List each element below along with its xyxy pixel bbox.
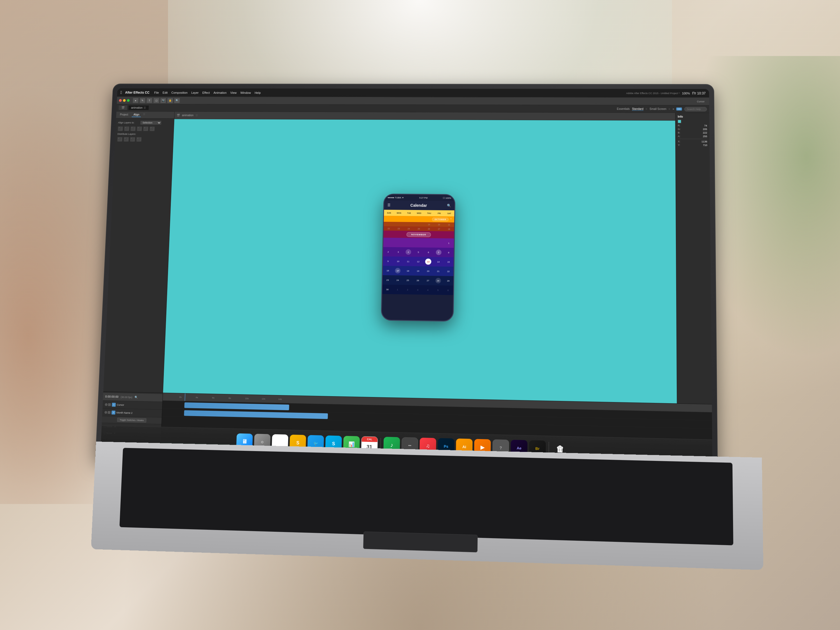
- nov-cell-28[interactable]: 28: [436, 278, 441, 283]
- track-bar-1[interactable]: [184, 403, 289, 410]
- dist-center-h[interactable]: ⬛: [123, 137, 129, 142]
- a-value: 255: [703, 135, 707, 138]
- nov-cell-23[interactable]: 23: [382, 275, 393, 285]
- menu-window[interactable]: Window: [240, 91, 251, 94]
- layer-solo-1[interactable]: [108, 403, 111, 406]
- align-top[interactable]: ⬛: [137, 126, 142, 131]
- nov-cell-5[interactable]: 5: [413, 247, 424, 257]
- nov-cell-dec6: 6: [443, 285, 453, 295]
- tool-type[interactable]: T: [147, 98, 153, 103]
- nov-cell-25[interactable]: 25: [403, 276, 413, 285]
- nov-cell-24[interactable]: 24: [393, 275, 403, 285]
- align-bottom[interactable]: ⬛: [150, 126, 155, 131]
- tool-hand[interactable]: ✋: [167, 98, 173, 103]
- menu-edit[interactable]: Edit: [163, 91, 168, 94]
- dist-right[interactable]: ⬛: [130, 137, 136, 142]
- nov-cell-14[interactable]: 14: [433, 257, 444, 267]
- nov-cell-26[interactable]: 26: [413, 276, 423, 285]
- toggle-switches-btn[interactable]: Toggle Switches / Modes: [117, 418, 146, 423]
- menu-effect[interactable]: Effect: [202, 91, 210, 94]
- nov-cell-27[interactable]: 27: [423, 276, 433, 285]
- zoom-search-icon[interactable]: 🔍: [134, 396, 138, 399]
- align-right[interactable]: ⬛: [130, 126, 136, 131]
- align-layers-select[interactable]: Selection Composition: [140, 121, 161, 125]
- menu-layer[interactable]: Layer: [191, 91, 199, 94]
- nov-cell-3[interactable]: 3: [393, 247, 403, 257]
- tool-camera[interactable]: 📷: [160, 98, 166, 103]
- tool-shape[interactable]: ◻: [153, 98, 159, 103]
- more-label[interactable]: »: [673, 107, 674, 111]
- laptop-keyboard: [120, 448, 733, 545]
- nov-cell-dec2: 2: [403, 285, 413, 294]
- essentials-label[interactable]: Essentials: [617, 107, 630, 111]
- nov-cell-7[interactable]: 7: [436, 249, 441, 255]
- align-center-h[interactable]: ⬛: [124, 126, 129, 131]
- traffic-lights: [119, 99, 129, 102]
- b-label: B:: [678, 131, 681, 134]
- nov-cell-6[interactable]: 6: [423, 248, 434, 257]
- comp-canvas[interactable]: ●●●●● TUBIK ✦ 5:27 PM ☐ 100% ☰ Calendar …: [163, 119, 677, 403]
- day-fri: FRI: [434, 210, 444, 216]
- nov-cell-20[interactable]: 20: [423, 266, 433, 276]
- layer-eye-1[interactable]: [105, 403, 107, 406]
- finder-icon: 🖥: [242, 438, 248, 445]
- track-bar-2[interactable]: [184, 410, 328, 419]
- tool-select[interactable]: ▸: [133, 98, 139, 103]
- menu-file[interactable]: File: [154, 91, 159, 94]
- dist-top[interactable]: ⬛: [136, 137, 142, 142]
- nov-cell-10[interactable]: 10: [393, 256, 403, 266]
- oct-cell: 23: [394, 226, 404, 231]
- standard-label[interactable]: Standard: [632, 107, 643, 111]
- menu-help[interactable]: Help: [254, 91, 261, 94]
- small-screen-label[interactable]: Small Screen: [650, 107, 666, 111]
- layer-solo-2[interactable]: [108, 411, 111, 414]
- layer-eye-2[interactable]: [104, 411, 107, 414]
- nov-cell-30[interactable]: 30: [382, 284, 393, 294]
- nov-cell-15[interactable]: 15: [444, 257, 454, 267]
- align-center-v[interactable]: ⬛: [143, 126, 149, 131]
- after-effects-icon: Ae: [516, 446, 521, 450]
- tool-pen[interactable]: ✎: [139, 98, 145, 103]
- nov-cell-16[interactable]: 16: [383, 266, 393, 275]
- oct-week-2: 22 23 24 25 26 27 28: [384, 226, 454, 231]
- nov-cell-2[interactable]: 2: [383, 247, 393, 256]
- info-x-row: X: 1136: [678, 140, 707, 143]
- nov-cell-1[interactable]: 1: [444, 238, 454, 248]
- oct-cell: [414, 222, 424, 227]
- menu-animation[interactable]: Animation: [213, 91, 227, 94]
- nov-cell-12[interactable]: 12: [413, 257, 423, 266]
- search-help-input[interactable]: [684, 107, 707, 111]
- menu-icon[interactable]: ☰: [387, 203, 391, 207]
- maximize-button[interactable]: [127, 99, 129, 102]
- b-value: 222: [703, 131, 707, 134]
- info-title: Info: [677, 115, 707, 118]
- tab-project[interactable]: Project: [118, 112, 129, 117]
- close-button[interactable]: [119, 99, 122, 102]
- film-icon: 🎬: [121, 106, 125, 109]
- dist-left[interactable]: ⬛: [117, 137, 123, 142]
- skype-icon: S: [332, 441, 335, 446]
- comp-tab-animation[interactable]: animation ☰: [128, 106, 149, 110]
- nov-cell-9[interactable]: 9: [383, 256, 393, 266]
- nov-cell-13-selected[interactable]: 13: [425, 259, 431, 265]
- align-left[interactable]: ⬛: [118, 126, 123, 131]
- itunes-icon: ♫: [426, 443, 430, 449]
- menu-composition[interactable]: Composition: [171, 91, 188, 94]
- minimize-button[interactable]: [123, 99, 126, 102]
- nov-cell-17-today[interactable]: 17: [395, 268, 401, 273]
- collapse-icon[interactable]: ⌃: [450, 218, 452, 221]
- nov-cell-29[interactable]: 29: [443, 276, 453, 286]
- apple-menu[interactable]: : [120, 90, 122, 95]
- search-icon[interactable]: 🔍: [447, 204, 451, 207]
- nov-cell-11[interactable]: 11: [403, 257, 413, 266]
- nov-cell-4-today[interactable]: 4: [406, 249, 411, 255]
- tab-align[interactable]: Align: [132, 112, 141, 117]
- nov-cell-8[interactable]: 8: [444, 248, 454, 257]
- tool-zoom[interactable]: 🔍: [174, 98, 180, 103]
- menu-view[interactable]: View: [230, 91, 237, 94]
- nov-cell-18[interactable]: 18: [403, 266, 413, 276]
- nov-cell-21[interactable]: 21: [433, 266, 444, 276]
- laptop-touchpad[interactable]: [363, 531, 478, 553]
- nov-cell-19[interactable]: 19: [413, 266, 423, 276]
- nov-cell-22[interactable]: 22: [443, 267, 453, 276]
